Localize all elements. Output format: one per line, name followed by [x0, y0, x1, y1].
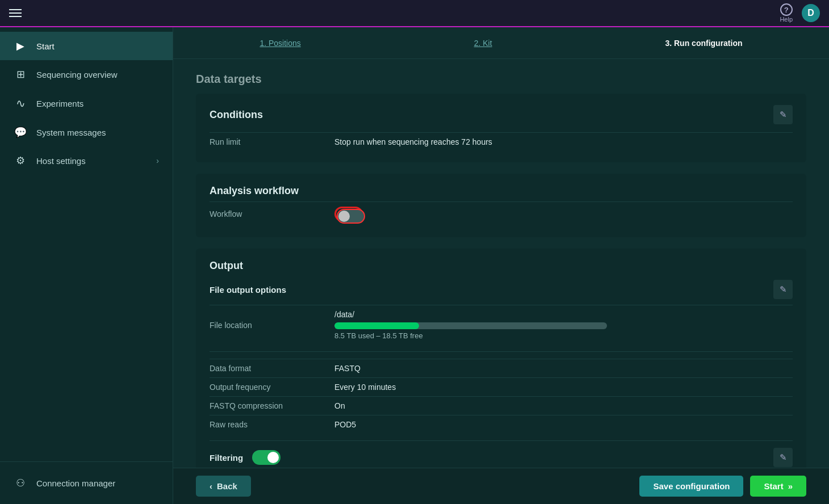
workflow-toggle-track [337, 209, 365, 224]
data-format-value: FASTQ [334, 364, 361, 373]
main-scroll-content: Data targets Conditions ✎ Run limit Stop… [173, 59, 829, 468]
tab-kit[interactable]: 2. Kit [463, 34, 504, 52]
filtering-toggle-track [252, 450, 280, 465]
fastq-compression-label: FASTQ compression [210, 401, 334, 410]
data-format-label: Data format [210, 364, 334, 373]
sidebar-item-host-settings-label: Host settings [36, 156, 86, 166]
fastq-compression-row: FASTQ compression On [210, 396, 793, 415]
raw-reads-row: Raw reads POD5 [210, 415, 793, 434]
help-button[interactable]: ? Help [780, 3, 793, 23]
start-button[interactable]: Start » [750, 476, 806, 497]
fastq-compression-value: On [334, 401, 345, 410]
data-format-row: Data format FASTQ [210, 359, 793, 377]
output-card: Output File output options ✎ File locati… [196, 249, 806, 468]
wave-icon: ∿ [14, 96, 27, 110]
conditions-card: Conditions ✎ Run limit Stop run when seq… [196, 94, 806, 162]
sidebar-nav: ▶ Start ⊞ Sequencing overview ∿ Experime… [0, 27, 173, 461]
bottom-bar: ‹ Back Save configuration Start » [173, 468, 829, 504]
output-frequency-label: Output frequency [210, 383, 334, 392]
file-location-path: /data/ [334, 310, 607, 319]
bottom-right-buttons: Save configuration Start » [639, 476, 806, 497]
storage-bar-fill [334, 322, 419, 329]
sidebar: ▶ Start ⊞ Sequencing overview ∿ Experime… [0, 27, 173, 504]
filtering-toggle[interactable] [252, 450, 280, 465]
filtering-edit-button[interactable]: ✎ [773, 448, 793, 467]
raw-reads-value: POD5 [334, 420, 356, 429]
sidebar-item-start-label: Start [36, 41, 55, 51]
storage-bar-container [334, 322, 607, 329]
output-title: Output [210, 260, 243, 272]
sidebar-bottom: ⚇ Connection manager [0, 461, 173, 504]
run-limit-row: Run limit Stop run when sequencing reach… [210, 132, 793, 151]
data-targets-header: Data targets [196, 73, 806, 86]
file-location-label: File location [210, 321, 334, 330]
analysis-workflow-card: Analysis workflow Workflow [196, 174, 806, 237]
file-location-value-container: /data/ 8.5 TB used – 18.5 TB free [334, 310, 607, 340]
file-output-options-label: File output options [210, 285, 286, 295]
sidebar-item-connection-manager-label: Connection manager [36, 478, 115, 488]
raw-reads-label: Raw reads [210, 420, 334, 429]
file-location-row: File location /data/ 8.5 TB used – 18.5 … [210, 305, 793, 345]
start-icon: ▶ [14, 40, 27, 52]
analysis-workflow-title: Analysis workflow [210, 185, 299, 197]
chat-icon: 💬 [14, 126, 27, 138]
gear-icon: ⚙ [14, 154, 27, 167]
sidebar-item-system-messages[interactable]: 💬 System messages [0, 118, 173, 146]
tab-positions[interactable]: 1. Positions [248, 34, 312, 52]
tab-run-configuration[interactable]: 3. Run configuration [654, 34, 753, 52]
sidebar-item-connection-manager[interactable]: ⚇ Connection manager [0, 469, 173, 497]
workflow-toggle-thumb [338, 211, 350, 222]
sidebar-item-start[interactable]: ▶ Start [0, 32, 173, 60]
grid-icon: ⊞ [14, 68, 27, 81]
output-frequency-value: Every 10 minutes [334, 383, 396, 392]
sidebar-item-sequencing-label: Sequencing overview [36, 70, 118, 79]
filtering-label: Filtering [210, 453, 243, 463]
sidebar-item-experiments-label: Experiments [36, 99, 83, 108]
connection-icon: ⚇ [14, 477, 27, 489]
hamburger-menu[interactable] [9, 9, 22, 17]
file-output-edit-button[interactable]: ✎ [773, 280, 793, 299]
save-configuration-button[interactable]: Save configuration [639, 476, 743, 497]
conditions-edit-button[interactable]: ✎ [773, 105, 793, 124]
sidebar-item-system-messages-label: System messages [36, 128, 106, 137]
start-chevron-icon: » [788, 481, 793, 491]
sidebar-item-experiments[interactable]: ∿ Experiments [0, 89, 173, 118]
storage-text: 8.5 TB used – 18.5 TB free [334, 331, 607, 340]
content-area: 1. Positions 2. Kit 3. Run configuration… [173, 27, 829, 504]
back-button[interactable]: ‹ Back [196, 476, 251, 497]
run-limit-label: Run limit [210, 137, 334, 146]
user-avatar[interactable]: D [802, 4, 820, 22]
filtering-toggle-thumb [267, 452, 279, 463]
conditions-title: Conditions [210, 109, 263, 121]
sidebar-item-host-settings[interactable]: ⚙ Host settings › [0, 146, 173, 175]
workflow-row: Workflow [210, 201, 793, 226]
workflow-toggle[interactable] [334, 207, 363, 221]
back-chevron-icon: ‹ [210, 481, 212, 491]
workflow-label: Workflow [210, 209, 334, 219]
run-limit-value: Stop run when sequencing reaches 72 hour… [334, 137, 492, 146]
chevron-right-icon: › [156, 156, 159, 165]
step-tabs: 1. Positions 2. Kit 3. Run configuration [173, 27, 829, 59]
output-frequency-row: Output frequency Every 10 minutes [210, 377, 793, 396]
sidebar-item-sequencing-overview[interactable]: ⊞ Sequencing overview [0, 60, 173, 89]
